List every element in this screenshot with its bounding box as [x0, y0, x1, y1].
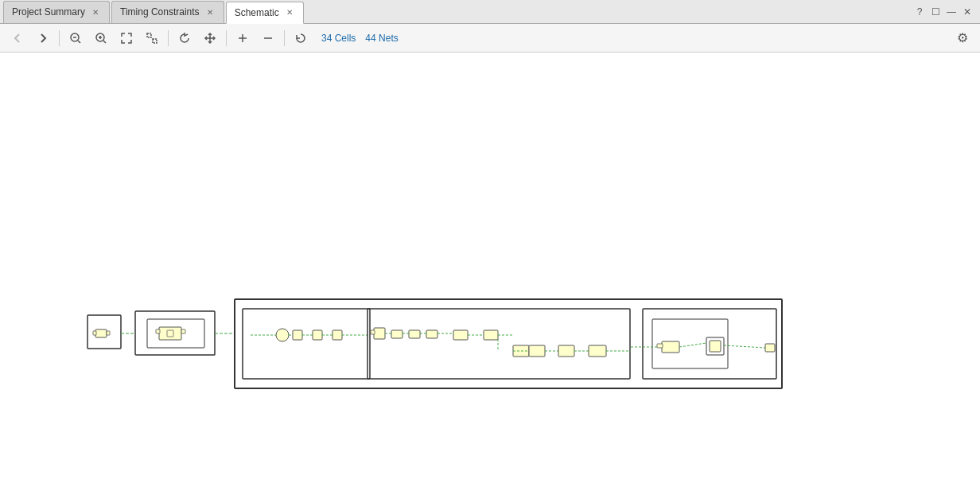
nets-info: 44 Nets [365, 33, 398, 44]
rotate-button[interactable] [173, 28, 196, 49]
move-button[interactable] [199, 28, 221, 49]
svg-rect-30 [293, 330, 302, 340]
select-button[interactable] [141, 28, 163, 49]
svg-rect-22 [156, 329, 160, 333]
svg-rect-54 [529, 345, 545, 357]
tab-close-project-summary[interactable]: ✕ [90, 6, 101, 18]
svg-rect-27 [243, 309, 370, 379]
schematic-diagram [0, 53, 980, 495]
close-window-icon[interactable]: ✕ [961, 6, 974, 18]
fit-button[interactable] [115, 28, 138, 49]
help-icon[interactable]: ? [913, 6, 926, 18]
svg-rect-56 [558, 345, 574, 357]
tab-label: Schematic [235, 7, 279, 18]
svg-rect-42 [409, 330, 420, 338]
svg-rect-58 [589, 345, 606, 357]
forward-button[interactable] [32, 28, 54, 49]
svg-line-69 [724, 345, 765, 348]
svg-rect-16 [93, 331, 96, 335]
tab-timing-constraints[interactable]: Timing Constraints ✕ [111, 1, 224, 23]
tab-close-schematic[interactable]: ✕ [284, 7, 295, 18]
tab-label: Project Summary [12, 6, 85, 18]
svg-rect-32 [313, 330, 322, 340]
tab-close-timing-constraints[interactable]: ✕ [204, 6, 216, 18]
svg-rect-23 [181, 329, 185, 333]
svg-point-28 [276, 329, 289, 341]
add-button[interactable] [231, 28, 254, 49]
svg-rect-15 [95, 329, 107, 337]
separator-3 [226, 30, 227, 46]
tab-project-summary[interactable]: Project Summary ✕ [3, 1, 110, 23]
svg-rect-49 [484, 330, 498, 340]
svg-rect-47 [453, 330, 468, 340]
svg-rect-63 [657, 344, 663, 348]
settings-icon[interactable]: ⚙ [951, 28, 974, 49]
tab-schematic[interactable]: Schematic ✕ [226, 2, 304, 24]
remove-button[interactable] [257, 28, 279, 49]
separator-2 [168, 30, 169, 46]
back-button[interactable] [6, 28, 29, 49]
cells-info: 34 Cells [321, 33, 356, 44]
tab-bar-right: ? ☐ — ✕ [913, 6, 977, 18]
svg-rect-66 [710, 341, 721, 352]
svg-rect-38 [374, 328, 385, 339]
tab-bar: Project Summary ✕ Timing Constraints ✕ S… [0, 0, 980, 24]
svg-rect-7 [147, 33, 151, 37]
svg-rect-37 [368, 309, 630, 379]
tab-label: Timing Constraints [120, 6, 200, 18]
svg-rect-17 [107, 331, 110, 335]
svg-rect-62 [662, 341, 679, 353]
separator-4 [284, 30, 285, 46]
svg-rect-68 [765, 344, 775, 352]
svg-rect-40 [391, 330, 402, 338]
refresh-button[interactable] [290, 28, 312, 49]
toolbar-right: ⚙ [951, 28, 974, 49]
svg-line-2 [78, 41, 80, 43]
separator-1 [59, 30, 60, 46]
canvas-area[interactable] [0, 53, 980, 495]
svg-rect-44 [426, 330, 438, 338]
svg-rect-21 [159, 327, 181, 340]
restore-icon[interactable]: ☐ [929, 6, 942, 18]
svg-rect-8 [153, 39, 157, 43]
svg-rect-34 [332, 330, 342, 340]
svg-line-6 [103, 41, 106, 43]
svg-line-67 [679, 343, 706, 347]
zoom-out-button[interactable] [64, 28, 87, 49]
toolbar: 34 Cells 44 Nets ⚙ [0, 24, 980, 53]
svg-rect-39 [371, 330, 375, 334]
minimize-icon[interactable]: — [945, 6, 958, 18]
zoom-in-button[interactable] [90, 28, 112, 49]
